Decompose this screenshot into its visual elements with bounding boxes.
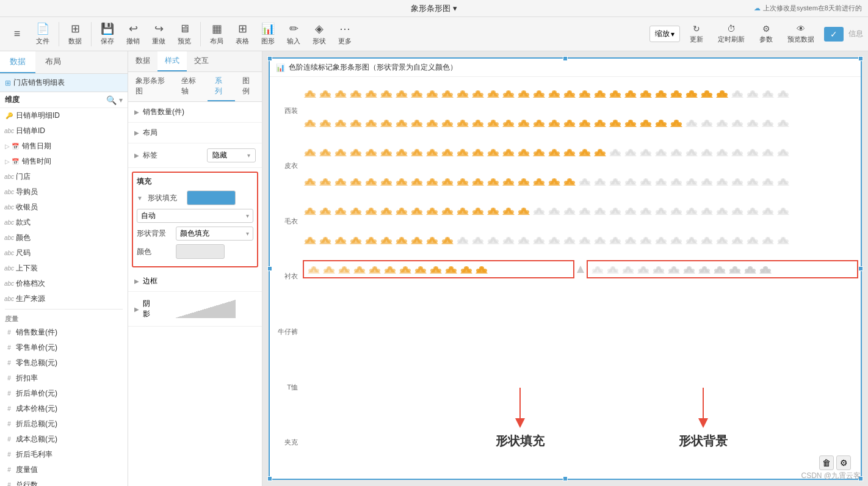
field-item-12[interactable]: abc 价格档次 bbox=[0, 276, 128, 291]
chart-button[interactable]: 📊 图形 bbox=[256, 20, 280, 48]
row-gap bbox=[574, 264, 587, 274]
timer-button[interactable]: ⏱ 定时刷新 bbox=[713, 21, 750, 46]
svg-point-89 bbox=[753, 93, 758, 96]
measure-item-6[interactable]: # 成本价格(元) bbox=[0, 401, 128, 416]
section-layout[interactable]: ▶ 布局 bbox=[128, 123, 262, 143]
svg-point-524 bbox=[524, 239, 529, 243]
arrow-icon: ▶ bbox=[134, 109, 139, 115]
confirm-button[interactable]: ✓ bbox=[824, 27, 844, 42]
divider2 bbox=[91, 22, 92, 46]
expand-icon[interactable]: ▾ bbox=[119, 96, 123, 104]
field-item-1[interactable]: 🔑 日销单明细ID bbox=[0, 108, 128, 123]
border-section[interactable]: ▶ 边框 bbox=[128, 271, 262, 292]
field-item-6[interactable]: abc 导购员 bbox=[0, 184, 128, 200]
search-icon[interactable]: 🔍 bbox=[106, 95, 117, 105]
svg-point-648 bbox=[766, 269, 771, 272]
measure-item-4[interactable]: # 折扣率 bbox=[0, 371, 128, 386]
shape-bg-select[interactable]: 颜色填充 ▾ bbox=[176, 227, 253, 241]
field-item-9[interactable]: abc 颜色 bbox=[0, 230, 128, 245]
measure-item-8[interactable]: # 成本总额(元) bbox=[0, 432, 128, 447]
layout-button[interactable]: ▦ 布局 bbox=[204, 20, 229, 48]
preview-button[interactable]: 🖥 预览 bbox=[172, 20, 197, 48]
table-button[interactable]: ⊞ 表格 bbox=[230, 20, 255, 48]
last-row-bg-area bbox=[587, 260, 858, 278]
menu-icon[interactable]: ≡ bbox=[5, 25, 29, 43]
table-icon: ⊞ bbox=[5, 79, 11, 87]
chart-title-bar: 📊 色阶连续标记象形条形图（形状背景为自定义颜色） bbox=[270, 59, 861, 77]
update-button[interactable]: ↻ 更新 bbox=[685, 21, 708, 46]
section-divider bbox=[5, 309, 123, 310]
measure-item-3[interactable]: # 零售总额(元) bbox=[0, 355, 128, 371]
resize-handle-bm[interactable] bbox=[563, 476, 568, 481]
svg-point-371 bbox=[723, 181, 728, 184]
border-row[interactable]: ▶ 边框 bbox=[134, 276, 256, 286]
file-button[interactable]: 📄 文件 bbox=[31, 20, 55, 48]
section-sales[interactable]: ▶ 销售数量(件) bbox=[128, 102, 262, 123]
field-label: 成本总额(元) bbox=[16, 434, 57, 444]
mid-tab-style[interactable]: 样式 bbox=[157, 51, 187, 71]
save-button[interactable]: 💾 保存 bbox=[95, 20, 120, 48]
data-button[interactable]: ⊞ 数据 bbox=[63, 20, 87, 48]
svg-point-521 bbox=[509, 239, 514, 243]
resize-handle-lm[interactable] bbox=[267, 266, 272, 271]
field-item-2[interactable]: abc 日销单ID bbox=[0, 123, 128, 139]
tab-layout[interactable]: 布局 bbox=[35, 51, 71, 73]
delete-button[interactable]: 🗑 bbox=[819, 455, 834, 470]
zoom-control[interactable]: 缩放 ▾ bbox=[649, 26, 680, 42]
resize-handle-tr[interactable] bbox=[858, 56, 863, 61]
resize-handle-tm[interactable] bbox=[563, 56, 568, 61]
more-button[interactable]: ⋯ 更多 bbox=[333, 20, 357, 48]
field-item-4[interactable]: ▷ 📅 销售时间 bbox=[0, 154, 128, 169]
shape-fill-color[interactable] bbox=[187, 190, 236, 205]
input-button[interactable]: ✏ 输入 bbox=[281, 20, 306, 48]
mid-tab-data[interactable]: 数据 bbox=[128, 51, 157, 71]
tab-data[interactable]: 数据 bbox=[0, 51, 35, 73]
field-item-3[interactable]: ▷ 📅 销售日期 bbox=[0, 139, 128, 154]
redo-button[interactable]: ↪ 重做 bbox=[146, 20, 171, 48]
shape-button[interactable]: ◈ 形状 bbox=[307, 20, 331, 48]
field-item-8[interactable]: abc 款式 bbox=[0, 215, 128, 230]
shadow-row[interactable]: ▶ 阴影 bbox=[134, 297, 256, 321]
mid-tab-interact[interactable]: 交互 bbox=[187, 51, 216, 71]
svg-point-17 bbox=[387, 93, 392, 96]
svg-point-143 bbox=[540, 122, 544, 126]
svg-point-128 bbox=[463, 122, 468, 126]
svg-point-248 bbox=[585, 151, 590, 155]
svg-point-263 bbox=[662, 151, 667, 155]
svg-point-38 bbox=[494, 93, 499, 96]
subtab-axis[interactable]: 坐标轴 bbox=[174, 72, 208, 101]
svg-point-584 bbox=[345, 269, 350, 272]
field-item-10[interactable]: abc 尺码 bbox=[0, 245, 128, 261]
subtab-chart[interactable]: 象形条形图 bbox=[128, 72, 174, 101]
svg-point-464 bbox=[707, 210, 712, 214]
measure-item-9[interactable]: # 折后毛利率 bbox=[0, 447, 128, 462]
svg-point-257 bbox=[631, 151, 636, 155]
field-item-13[interactable]: abc 生产来源 bbox=[0, 291, 128, 306]
measure-item-5[interactable]: # 折后单价(元) bbox=[0, 386, 128, 401]
svg-point-627 bbox=[659, 269, 664, 272]
settings-button[interactable]: ⚙ bbox=[836, 455, 851, 470]
svg-point-440 bbox=[585, 210, 590, 214]
svg-point-404 bbox=[402, 210, 407, 214]
resize-handle-bl[interactable] bbox=[267, 476, 272, 481]
color-preview[interactable] bbox=[176, 244, 225, 259]
preview-data-button[interactable]: 👁 预览数据 bbox=[783, 21, 819, 46]
subtab-legend[interactable]: 图例 bbox=[235, 72, 262, 101]
measure-item-1[interactable]: # 销售数量(件) bbox=[0, 325, 128, 340]
measure-item-10[interactable]: # 度量值 bbox=[0, 462, 128, 477]
undo-button[interactable]: ↩ 撤销 bbox=[121, 20, 145, 48]
svg-point-630 bbox=[675, 269, 679, 272]
field-date-icon: 📅 bbox=[11, 158, 20, 166]
measure-item-11[interactable]: # 总行数 bbox=[0, 477, 128, 486]
svg-point-431 bbox=[540, 210, 544, 214]
subtab-series[interactable]: 系列 bbox=[208, 72, 235, 101]
measure-item-7[interactable]: # 折后总额(元) bbox=[0, 416, 128, 432]
field-item-7[interactable]: abc 收银员 bbox=[0, 200, 128, 215]
field-item-11[interactable]: abc 上下装 bbox=[0, 261, 128, 276]
label-dropdown[interactable]: 隐藏 ▾ bbox=[207, 148, 256, 162]
auto-select[interactable]: 自动 ▾ bbox=[137, 209, 253, 223]
measure-item-2[interactable]: # 零售单价(元) bbox=[0, 340, 128, 355]
params-button[interactable]: ⚙ 参数 bbox=[754, 21, 778, 46]
field-item-5[interactable]: abc 门店 bbox=[0, 169, 128, 184]
resize-handle-tl[interactable] bbox=[267, 56, 272, 61]
